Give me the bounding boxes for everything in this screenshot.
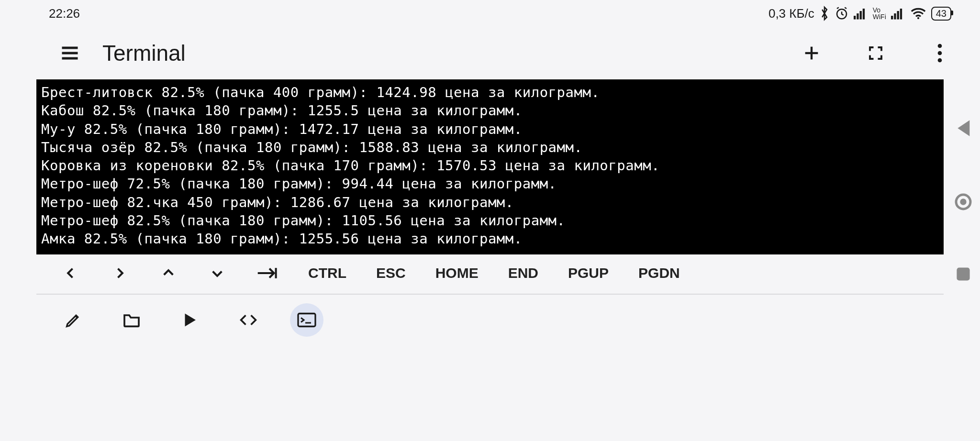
svg-point-25 <box>960 198 966 205</box>
fullscreen-icon[interactable] <box>862 40 889 66</box>
menu-icon[interactable] <box>56 40 83 66</box>
key-row: CTRL ESC HOME END PGUP PGDN <box>0 254 980 294</box>
key-home[interactable]: HOME <box>435 265 479 281</box>
key-down[interactable] <box>208 266 227 280</box>
data-rate: 0,3 КБ/с <box>768 6 814 21</box>
key-tab[interactable] <box>256 266 278 280</box>
nav-home-icon[interactable] <box>954 192 973 211</box>
terminal-output[interactable]: Брест-литовск 82.5% (пачка 400 грамм): 1… <box>36 79 944 254</box>
terminal-container: Брест-литовск 82.5% (пачка 400 грамм): 1… <box>0 79 980 254</box>
status-right: 0,3 КБ/с Vo WiFi 43 <box>768 6 951 21</box>
edit-icon[interactable] <box>56 303 90 337</box>
terminal-icon[interactable] <box>290 303 323 337</box>
svg-rect-1 <box>854 16 856 20</box>
code-icon[interactable] <box>232 303 265 337</box>
svg-rect-5 <box>891 16 893 20</box>
svg-rect-7 <box>897 11 899 20</box>
alarm-icon <box>835 6 849 21</box>
add-icon[interactable] <box>798 40 825 66</box>
svg-rect-26 <box>957 267 969 280</box>
svg-marker-20 <box>185 314 196 327</box>
key-esc[interactable]: ESC <box>376 265 406 281</box>
svg-point-15 <box>938 44 942 48</box>
key-up[interactable] <box>159 266 178 280</box>
key-pgdn[interactable]: PGDN <box>638 265 680 281</box>
key-pgup[interactable]: PGUP <box>568 265 609 281</box>
vowifi-icon: Vo WiFi <box>873 7 886 20</box>
svg-point-16 <box>938 51 942 55</box>
svg-rect-2 <box>857 13 858 20</box>
more-icon[interactable] <box>926 40 953 66</box>
nav-back-icon[interactable] <box>955 119 971 138</box>
play-icon[interactable] <box>173 303 207 337</box>
svg-rect-6 <box>894 13 896 20</box>
status-time: 22:26 <box>49 6 80 21</box>
svg-point-9 <box>917 17 919 19</box>
app-title: Terminal <box>102 40 761 66</box>
system-nav <box>947 119 980 282</box>
folder-icon[interactable] <box>115 303 148 337</box>
key-end[interactable]: END <box>508 265 538 281</box>
app-bar: Terminal <box>0 27 980 79</box>
battery-icon: 43 <box>931 7 951 21</box>
bluetooth-icon <box>819 6 830 21</box>
signal-icon <box>854 7 868 20</box>
key-left[interactable] <box>61 266 80 280</box>
svg-rect-21 <box>298 314 315 327</box>
svg-rect-3 <box>859 11 861 20</box>
nav-recents-icon[interactable] <box>955 266 971 282</box>
bottom-toolbar <box>0 295 980 337</box>
status-bar: 22:26 0,3 КБ/с Vo WiFi 43 <box>0 0 980 27</box>
svg-marker-23 <box>958 120 969 136</box>
svg-rect-8 <box>900 9 902 20</box>
key-ctrl[interactable]: CTRL <box>308 265 346 281</box>
signal2-icon <box>891 7 905 20</box>
svg-rect-4 <box>863 9 865 20</box>
key-right[interactable] <box>110 266 129 280</box>
svg-point-17 <box>938 58 942 63</box>
wifi-icon <box>910 7 926 20</box>
